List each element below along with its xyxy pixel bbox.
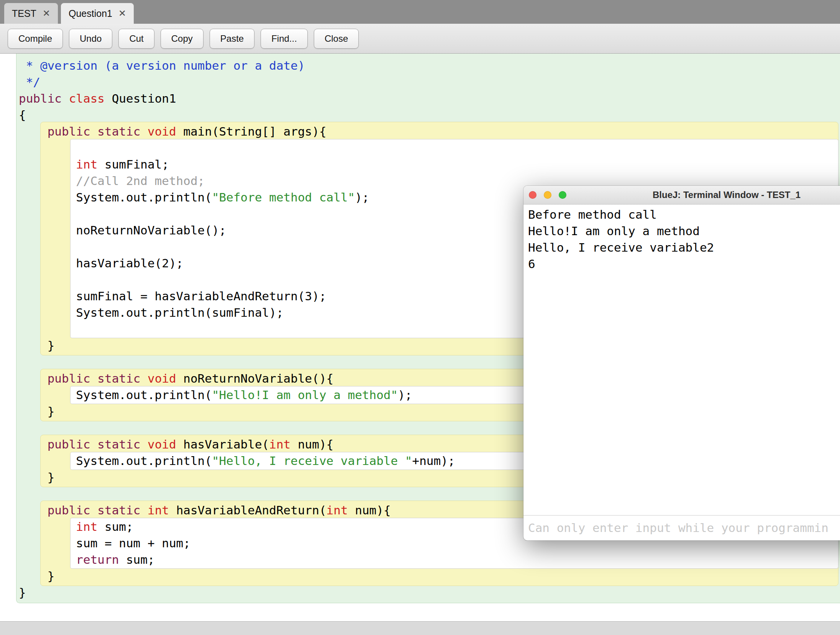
terminal-line: 6: [528, 256, 840, 272]
terminal-line: Hello, I receive variable2: [528, 239, 840, 256]
terminal-output[interactable]: Before method callHello!I am only a meth…: [523, 205, 840, 515]
status-bar: [0, 621, 840, 635]
copy-button[interactable]: Copy: [161, 29, 203, 49]
code-line: public static void main(String[] args){: [0, 123, 840, 140]
cut-button[interactable]: Cut: [118, 29, 154, 49]
tab-label: Question1: [69, 8, 112, 19]
code-line: }: [0, 568, 840, 584]
code-line: }: [0, 584, 840, 601]
terminal-titlebar[interactable]: BlueJ: Terminal Window - TEST_1: [523, 186, 840, 205]
compile-button[interactable]: Compile: [8, 29, 63, 49]
terminal-line: Before method call: [528, 206, 840, 223]
undo-button[interactable]: Undo: [69, 29, 112, 49]
tab-bar: TEST✕Question1✕: [0, 0, 840, 24]
terminal-window: BlueJ: Terminal Window - TEST_1 Before m…: [523, 186, 840, 540]
close-button[interactable]: [529, 191, 536, 199]
code-line: {: [0, 107, 840, 123]
tab-question1[interactable]: Question1✕: [61, 3, 134, 24]
terminal-title: BlueJ: Terminal Window - TEST_1: [653, 190, 801, 200]
tab-test[interactable]: TEST✕: [4, 3, 58, 24]
toolbar: CompileUndoCutCopyPasteFind...Close: [0, 24, 840, 54]
tab-close-icon[interactable]: ✕: [118, 9, 126, 18]
tab-label: TEST: [12, 8, 36, 19]
close-button[interactable]: Close: [314, 29, 359, 49]
code-line: * @version (a version number or a date): [0, 57, 840, 74]
code-line: [0, 140, 840, 156]
window-controls: [529, 191, 566, 199]
code-line: int sumFinal;: [0, 156, 840, 173]
terminal-line: Hello!I am only a method: [528, 223, 840, 239]
code-line: public class Question1: [0, 90, 840, 107]
find-button[interactable]: Find...: [261, 29, 308, 49]
code-line: */: [0, 74, 840, 90]
terminal-input[interactable]: Can only enter input while your programm…: [523, 515, 840, 540]
paste-button[interactable]: Paste: [210, 29, 254, 49]
minimize-button[interactable]: [544, 191, 551, 199]
tab-close-icon[interactable]: ✕: [43, 9, 50, 18]
code-line: return sum;: [0, 552, 840, 568]
zoom-button[interactable]: [559, 191, 566, 199]
